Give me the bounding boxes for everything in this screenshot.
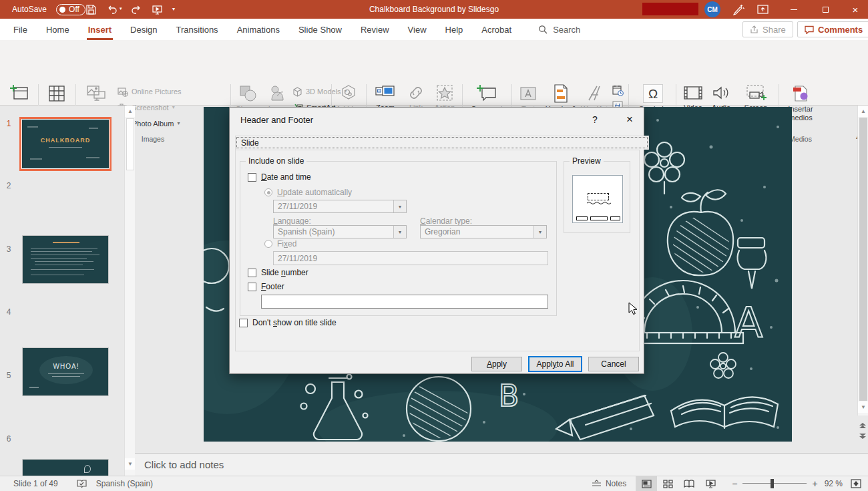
fixed-radio[interactable] bbox=[264, 240, 272, 248]
dialog-help-button[interactable]: ? bbox=[586, 112, 604, 128]
letter-b-doodle: B bbox=[499, 379, 519, 413]
slide-sorter-icon bbox=[663, 480, 673, 488]
slide-thumbnail-3[interactable]: WHOA! bbox=[22, 347, 109, 396]
notes-placeholder[interactable]: Click to add notes bbox=[144, 459, 224, 470]
slide-number-label[interactable]: Slide number bbox=[261, 268, 308, 277]
thumb-scroll-up-icon[interactable]: ▲ bbox=[125, 106, 135, 117]
redo-icon[interactable] bbox=[131, 4, 142, 15]
tab-file[interactable]: File bbox=[4, 19, 37, 40]
comments-button[interactable]: Comments bbox=[797, 21, 868, 37]
slide-thumbnail-2[interactable] bbox=[22, 235, 109, 284]
editor-scroll-down-icon[interactable]: ▼ bbox=[858, 401, 868, 413]
tab-help[interactable]: Help bbox=[436, 19, 473, 40]
previous-slide-button[interactable] bbox=[859, 422, 867, 429]
online-pictures-button[interactable]: Online Pictures bbox=[118, 84, 182, 99]
save-icon[interactable] bbox=[85, 4, 97, 15]
thumbnail-scrollbar[interactable]: ▲ ▼ bbox=[124, 106, 135, 476]
slide-thumbnail-4[interactable] bbox=[22, 459, 109, 476]
footer-label[interactable]: Footer bbox=[261, 282, 284, 291]
apply-to-all-button[interactable]: Apply to All bbox=[528, 356, 582, 372]
start-slideshow-icon[interactable] bbox=[152, 4, 163, 15]
next-slide-button[interactable] bbox=[859, 433, 867, 440]
minimize-button[interactable] bbox=[781, 0, 807, 19]
link-icon bbox=[407, 84, 425, 102]
share-button[interactable]: Share bbox=[742, 21, 793, 37]
search-box[interactable]: Search bbox=[538, 25, 580, 35]
tab-slideshow[interactable]: Slide Show bbox=[289, 19, 351, 40]
editor-scroll-thumb[interactable] bbox=[859, 118, 867, 401]
editor-scroll-up-icon[interactable]: ▲ bbox=[858, 106, 868, 117]
language-dropdown[interactable]: Spanish (Spain) ▾ bbox=[273, 225, 407, 238]
editor-scrollbar[interactable]: ▲ ▼ bbox=[857, 106, 868, 416]
fixed-label[interactable]: Fixed bbox=[277, 239, 296, 249]
thumb-scroll-down-icon[interactable]: ▼ bbox=[125, 458, 135, 470]
reading-view-icon bbox=[684, 480, 694, 488]
undo-chevron-icon[interactable]: ▾ bbox=[120, 6, 122, 11]
account-name-redacted bbox=[642, 3, 698, 15]
dont-show-checkbox[interactable] bbox=[239, 319, 248, 327]
tab-acrobat[interactable]: Acrobat bbox=[472, 19, 521, 40]
tab-home[interactable]: Home bbox=[37, 19, 79, 40]
slide-thumbnail-panel: 1 CHALKBOARD 2 3 WHOA! 4 bbox=[0, 106, 135, 476]
calendar-dropdown-chevron-icon: ▾ bbox=[539, 229, 541, 235]
tab-view[interactable]: View bbox=[399, 19, 436, 40]
reading-view-button[interactable] bbox=[678, 476, 700, 491]
ribbon-display-options-icon[interactable] bbox=[757, 4, 769, 15]
language-status[interactable]: Spanish (Spain) bbox=[96, 479, 153, 488]
spellcheck-icon[interactable] bbox=[77, 479, 87, 488]
maximize-button[interactable] bbox=[812, 0, 839, 19]
autosave-toggle[interactable]: Off bbox=[56, 4, 85, 15]
footer-text-input[interactable] bbox=[261, 295, 548, 309]
date-format-dropdown[interactable]: 27/11/2019 ▾ bbox=[273, 200, 407, 213]
document-title: Chalkboard Background by Slidesgo bbox=[369, 0, 499, 19]
comments-label: Comments bbox=[818, 25, 863, 35]
slide-number-checkbox[interactable] bbox=[248, 269, 256, 277]
date-format-value: 27/11/2019 bbox=[274, 202, 393, 211]
date-time-label[interactable]: Date and time bbox=[261, 172, 311, 182]
date-time-button[interactable] bbox=[610, 83, 625, 98]
tab-design[interactable]: Design bbox=[121, 19, 166, 40]
dont-show-label[interactable]: Don't show on title slide bbox=[252, 318, 337, 327]
undo-icon[interactable] bbox=[107, 4, 118, 15]
close-button[interactable]: × bbox=[842, 0, 868, 19]
preview-label: Preview bbox=[570, 156, 604, 166]
language-label: Language: bbox=[273, 216, 311, 226]
tab-insert[interactable]: Insert bbox=[79, 19, 121, 40]
update-automatically-label[interactable]: Update automatically bbox=[277, 188, 352, 197]
zoom-slider-thumb[interactable] bbox=[771, 479, 774, 488]
slide-count[interactable]: Slide 1 of 49 bbox=[13, 479, 58, 488]
footer-checkbox[interactable] bbox=[248, 283, 256, 291]
slide-sorter-view-button[interactable] bbox=[657, 476, 678, 491]
cancel-button[interactable]: Cancel bbox=[588, 357, 639, 371]
dialog-tab-slide[interactable]: Slide bbox=[235, 136, 649, 150]
zoom-slider[interactable] bbox=[742, 476, 807, 491]
preview-footer-right bbox=[610, 216, 620, 220]
tab-review[interactable]: Review bbox=[351, 19, 399, 40]
apply-button[interactable]: Apply bbox=[471, 357, 522, 371]
calendar-type-dropdown[interactable]: Gregorian ▾ bbox=[420, 225, 547, 238]
zoom-percent[interactable]: 92 % bbox=[825, 479, 843, 488]
date-time-checkbox[interactable] bbox=[248, 173, 256, 182]
slideshow-view-button[interactable] bbox=[700, 476, 721, 491]
notes-toggle-label[interactable]: Notes bbox=[606, 479, 626, 488]
notes-toggle-icon[interactable] bbox=[592, 480, 602, 488]
zoom-in-button[interactable]: + bbox=[812, 478, 817, 489]
update-automatically-radio[interactable] bbox=[264, 188, 272, 196]
slide-thumbnail-1[interactable]: CHALKBOARD bbox=[19, 117, 112, 171]
dialog-close-button[interactable]: × bbox=[620, 112, 640, 128]
thumb-scroll-thumb[interactable] bbox=[126, 118, 134, 170]
video-icon bbox=[683, 84, 703, 102]
tab-animations[interactable]: Animations bbox=[228, 19, 289, 40]
thumb-number-5: 5 bbox=[3, 371, 15, 380]
flower-doodle bbox=[644, 142, 684, 194]
normal-view-button[interactable] bbox=[636, 476, 657, 491]
comment-icon bbox=[476, 84, 497, 103]
presenter-coach-icon[interactable] bbox=[732, 3, 744, 16]
fixed-date-input[interactable]: 27/11/2019 bbox=[273, 251, 548, 265]
fit-slide-to-window-icon[interactable] bbox=[851, 479, 861, 488]
zoom-out-button[interactable]: − bbox=[732, 478, 737, 489]
tab-transitions[interactable]: Transitions bbox=[167, 19, 228, 40]
notes-pane[interactable]: Click to add notes bbox=[135, 453, 868, 476]
avatar[interactable]: CM bbox=[704, 1, 720, 17]
quick-access-chevron-icon[interactable]: ▾ bbox=[172, 6, 175, 12]
